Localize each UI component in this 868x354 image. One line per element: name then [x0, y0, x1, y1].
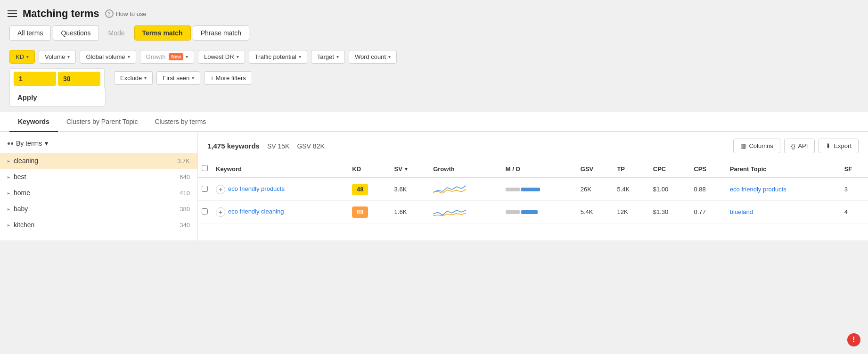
sidebar-item-cleaning[interactable]: ▸ cleaning 3.7K [0, 153, 197, 169]
traffic-potential-arrow-icon: ▾ [299, 54, 301, 59]
row1-cps-cell: 0.77 [690, 201, 726, 223]
row0-add-button[interactable]: + [216, 185, 225, 194]
how-to-use-button[interactable]: ? How to use [105, 9, 147, 18]
sub-tab-clusters-parent[interactable]: Clusters by Parent Topic [58, 112, 146, 132]
api-icon: {} [791, 142, 795, 149]
kd-max-input[interactable] [58, 72, 100, 86]
global-volume-arrow-icon: ▾ [128, 54, 130, 59]
row1-gsv-cell: 5.4K [577, 201, 614, 223]
kd-min-input[interactable] [14, 72, 56, 86]
by-terms-header[interactable]: By terms ▾ [0, 140, 197, 153]
kd-filter-dropdown: KD ▾ [9, 50, 35, 64]
export-icon: ⬇ [826, 142, 831, 149]
sidebar-item-count-kitchen: 340 [180, 222, 190, 229]
th-tp[interactable]: TP [613, 160, 649, 178]
header: Matching terms ? How to use [0, 0, 868, 25]
row1-md-bars [506, 210, 573, 214]
row1-add-button[interactable]: + [216, 207, 225, 217]
row0-keyword-cell: + eco friendly products [212, 178, 348, 201]
table-row: + eco friendly cleaning 69 1.6K [198, 201, 868, 223]
th-cpc[interactable]: CPC [649, 160, 690, 178]
first-seen-filter-button[interactable]: First seen ▾ [156, 71, 200, 85]
sidebar-item-home[interactable]: ▸ home 410 [0, 185, 197, 201]
export-button[interactable]: ⬇ Export [819, 139, 859, 153]
sidebar-item-kitchen[interactable]: ▸ kitchen 340 [0, 217, 197, 233]
row1-sv-cell: 1.6K [391, 201, 430, 223]
sidebar-item-label-home: home [14, 189, 176, 197]
th-parent-topic[interactable]: Parent Topic [726, 160, 841, 178]
api-button[interactable]: {} API [784, 139, 815, 153]
word-count-arrow-icon: ▾ [388, 54, 391, 59]
select-all-checkbox[interactable] [202, 165, 208, 171]
volume-arrow-icon: ▾ [67, 54, 70, 59]
lowest-dr-filter-button[interactable]: Lowest DR ▾ [198, 50, 245, 64]
row0-parent-topic-cell: eco friendly products [726, 178, 841, 201]
tab-terms-match[interactable]: Terms match [134, 25, 191, 41]
row0-md-bars [506, 188, 573, 191]
tab-phrase-match[interactable]: Phrase match [193, 25, 249, 41]
row0-kd-badge: 48 [352, 184, 368, 195]
th-kd[interactable]: KD [348, 160, 390, 178]
tab-all-terms[interactable]: All terms [9, 25, 51, 41]
row1-checkbox[interactable] [202, 208, 208, 214]
error-icon[interactable]: ! [847, 333, 860, 346]
row0-md-bar-gray [506, 188, 520, 191]
sidebar-item-arrow-home: ▸ [8, 190, 10, 196]
filter-row-1: KD ▾ Volume ▾ Global volume ▾ Growth New… [0, 46, 868, 67]
row1-parent-topic-link[interactable]: blueland [730, 208, 753, 215]
th-md[interactable]: M / D [502, 160, 577, 178]
columns-button[interactable]: ▦ Columns [733, 139, 780, 153]
row1-md-bar-blue [521, 210, 538, 214]
row0-checkbox[interactable] [202, 186, 208, 192]
sv-sort-icon: ▼ [404, 166, 409, 172]
more-filters-button[interactable]: + More filters [204, 71, 252, 85]
tab-questions[interactable]: Questions [53, 25, 98, 41]
app-container: Matching terms ? How to use All terms Qu… [0, 0, 868, 354]
results-area: By terms ▾ ▸ cleaning 3.7K ▸ best 640 ▸ … [0, 132, 868, 240]
word-count-filter-button[interactable]: Word count ▾ [349, 50, 397, 64]
th-sv[interactable]: SV ▼ [391, 160, 430, 178]
th-gsv[interactable]: GSV [577, 160, 614, 178]
row0-parent-topic-link[interactable]: eco friendly products [730, 186, 786, 193]
sub-tab-clusters-terms[interactable]: Clusters by terms [146, 112, 214, 132]
table-area: 1,475 keywords SV 15K GSV 82K ▦ Columns … [198, 132, 868, 240]
row1-md-cell [502, 201, 577, 223]
row1-checkbox-cell [198, 201, 212, 223]
extra-filters: Exclude ▾ First seen ▾ + More filters [114, 68, 252, 85]
kd-range-wrapper: Exclude ▾ First seen ▾ + More filters [9, 68, 859, 89]
sidebar-item-label-baby: baby [14, 205, 176, 213]
th-cps[interactable]: CPS [690, 160, 726, 178]
growth-filter-button[interactable]: Growth New ▾ [140, 50, 194, 64]
sidebar-item-arrow-cleaning: ▸ [8, 158, 10, 164]
sidebar-item-count-home: 410 [180, 189, 190, 197]
sidebar-item-arrow-kitchen: ▸ [8, 222, 10, 228]
by-terms-arrow-icon: ▾ [45, 140, 48, 147]
lowest-dr-arrow-icon: ▾ [237, 54, 239, 59]
th-growth[interactable]: Growth [429, 160, 502, 178]
row0-md-cell [502, 178, 577, 201]
th-checkbox [198, 160, 212, 178]
target-filter-button[interactable]: Target ▾ [311, 50, 345, 64]
kd-filter-button[interactable]: KD ▾ [9, 50, 35, 64]
data-table: Keyword KD SV ▼ [198, 160, 868, 223]
apply-button[interactable]: Apply [17, 93, 37, 101]
by-terms-icon [8, 142, 13, 145]
volume-filter-button[interactable]: Volume ▾ [39, 50, 76, 64]
hamburger-icon[interactable] [8, 10, 17, 17]
global-volume-filter-button[interactable]: Global volume ▾ [80, 50, 136, 64]
sub-tab-keywords[interactable]: Keywords [9, 112, 58, 132]
tab-bar: All terms Questions Mode Terms match Phr… [0, 25, 868, 46]
sidebar-item-best[interactable]: ▸ best 640 [0, 169, 197, 185]
tab-mode[interactable]: Mode [101, 26, 132, 40]
exclude-filter-button[interactable]: Exclude ▾ [114, 71, 153, 85]
row0-tp-cell: 5.4K [613, 178, 649, 201]
row0-keyword-link[interactable]: eco friendly products [228, 185, 285, 193]
sidebar-item-baby[interactable]: ▸ baby 380 [0, 201, 197, 217]
row1-keyword-link[interactable]: eco friendly cleaning [228, 207, 284, 216]
keyword-count: 1,475 keywords [207, 142, 260, 150]
sidebar-item-label-kitchen: kitchen [14, 221, 176, 229]
traffic-potential-filter-button[interactable]: Traffic potential ▾ [249, 50, 307, 64]
th-sf[interactable]: SF [841, 160, 868, 178]
columns-icon: ▦ [740, 142, 746, 149]
row1-tp-cell: 12K [613, 201, 649, 223]
